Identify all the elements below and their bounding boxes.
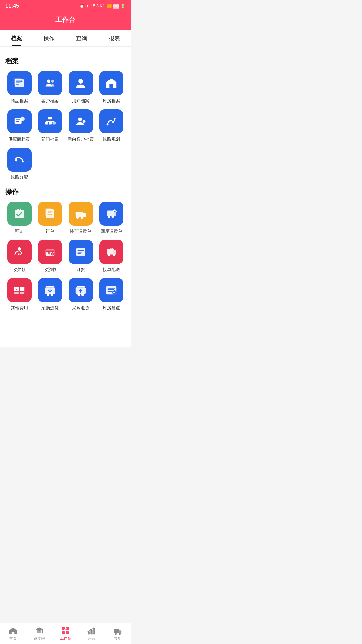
icon-box-warehouse	[99, 71, 123, 95]
label-delivery: 接单配送	[103, 267, 120, 273]
item-visit[interactable]: 拜访	[5, 202, 34, 234]
route-plan-icon	[105, 115, 118, 128]
item-product-files[interactable]: 商品档案	[5, 71, 34, 104]
item-inventory[interactable]: 库房盘点	[98, 278, 126, 311]
svg-rect-47	[107, 249, 113, 255]
icon-box-purchase-in	[38, 278, 62, 302]
svg-rect-62	[108, 288, 115, 288]
svg-point-19	[107, 124, 109, 126]
svg-rect-53	[20, 292, 24, 294]
label-route-assign: 线路分配	[11, 174, 28, 180]
label-route-plan: 线路规划	[103, 136, 120, 142]
content-area: 档案 商品档案	[0, 47, 131, 347]
icon-box-purchase-return	[69, 278, 93, 302]
item-collect-debt[interactable]: ¥ 收欠款	[5, 240, 34, 273]
tab-query[interactable]: 查询	[65, 30, 98, 46]
status-icons: ⏰ ✦ 15.8 K/s 📶 ▓▓ 🔋	[79, 4, 125, 8]
section-title-operations: 操作	[5, 187, 125, 196]
svg-point-35	[112, 216, 114, 218]
svg-point-5	[47, 80, 51, 83]
svg-text:¥: ¥	[48, 251, 51, 255]
svg-point-6	[51, 80, 54, 83]
supplier-icon	[13, 115, 26, 128]
label-other-fee: 其他费用	[11, 305, 28, 311]
svg-point-31	[81, 216, 83, 219]
svg-point-59	[77, 293, 80, 296]
item-customer-files[interactable]: 客户档案	[36, 71, 64, 104]
tab-files[interactable]: 档案	[0, 30, 33, 46]
header: 工作台	[0, 12, 131, 30]
item-prospect-files[interactable]: 意向客户档案	[67, 109, 95, 142]
icon-box-return-transfer	[99, 202, 123, 226]
customer-icon	[44, 77, 56, 90]
svg-point-60	[81, 293, 84, 296]
svg-point-20	[15, 158, 17, 160]
operations-grid: 拜访 订单	[5, 202, 125, 311]
icon-box-customer	[38, 71, 62, 95]
label-collect-debt: 收欠款	[13, 267, 26, 273]
purchase-in-icon	[44, 284, 56, 297]
svg-point-49	[113, 254, 115, 256]
svg-point-7	[78, 79, 83, 84]
svg-rect-15	[49, 122, 52, 125]
label-collect-advance: 收预收	[44, 267, 57, 273]
svg-point-48	[108, 254, 110, 256]
item-supplier-files[interactable]: 供应商档案	[5, 109, 34, 142]
route-assign-icon	[13, 153, 26, 166]
icon-box-supplier	[7, 109, 32, 133]
svg-rect-23	[20, 209, 21, 211]
item-purchase-return[interactable]: 采购退货	[67, 278, 95, 311]
icon-box-visit	[7, 202, 32, 226]
icon-box-user	[69, 71, 93, 95]
icon-box-product	[7, 71, 32, 95]
tab-operations[interactable]: 操作	[33, 30, 66, 46]
alarm-icon: ⏰	[79, 4, 84, 8]
user-icon	[74, 77, 87, 90]
label-purchase-in: 采购进货	[41, 305, 59, 311]
item-delivery[interactable]: 接单配送	[98, 240, 126, 273]
inventory-icon	[105, 284, 118, 297]
label-visit: 拜访	[15, 228, 24, 234]
wifi-icon: 📶	[107, 4, 112, 8]
item-booking[interactable]: 订货	[67, 240, 95, 273]
item-route-plan[interactable]: 线路规划	[98, 109, 126, 142]
svg-rect-51	[20, 287, 24, 291]
page-title: 工作台	[0, 15, 131, 24]
network-speed: 15.8 K/s	[90, 4, 105, 8]
status-time: 11:45	[5, 3, 19, 9]
svg-rect-32	[76, 212, 80, 214]
icon-box-prospect	[69, 109, 93, 133]
svg-point-56	[47, 293, 50, 296]
svg-rect-13	[48, 117, 52, 120]
collect-debt-icon: ¥	[13, 246, 26, 258]
svg-rect-46	[77, 253, 81, 254]
item-purchase-in[interactable]: 采购进货	[36, 278, 64, 311]
svg-rect-52	[14, 292, 19, 294]
icon-box-route-assign	[7, 148, 32, 172]
item-warehouse-files[interactable]: 库房档案	[98, 71, 126, 104]
status-bar: 11:45 ⏰ ✦ 15.8 K/s 📶 ▓▓ 🔋	[0, 0, 131, 12]
item-other-fee[interactable]: ¥ 其他费用	[5, 278, 34, 311]
svg-rect-21	[15, 210, 24, 218]
item-order[interactable]: 订单	[36, 202, 64, 234]
svg-text:+: +	[52, 253, 53, 256]
item-load-transfer[interactable]: 装车调拨单	[67, 202, 95, 234]
item-user-files[interactable]: 用户档案	[67, 71, 95, 104]
other-fee-icon: ¥	[13, 284, 26, 297]
icon-box-booking	[69, 240, 93, 264]
svg-text:¥: ¥	[15, 287, 17, 291]
icon-box-order	[38, 202, 62, 226]
icon-box-collect-advance: ¥ +	[38, 240, 62, 264]
svg-point-30	[76, 216, 79, 219]
svg-rect-14	[45, 122, 48, 125]
tab-report[interactable]: 报表	[98, 30, 131, 46]
icon-box-department	[38, 109, 62, 133]
item-return-transfer[interactable]: 回库调拨单	[98, 202, 126, 234]
icon-box-collect-debt: ¥	[7, 240, 32, 264]
label-product-files: 商品档案	[11, 98, 28, 104]
label-department-files: 部门档案	[41, 136, 59, 142]
svg-rect-16	[53, 122, 56, 125]
item-department-files[interactable]: 部门档案	[36, 109, 64, 142]
item-collect-advance[interactable]: ¥ + 收预收	[36, 240, 64, 273]
item-route-assign[interactable]: 线路分配	[5, 148, 34, 180]
